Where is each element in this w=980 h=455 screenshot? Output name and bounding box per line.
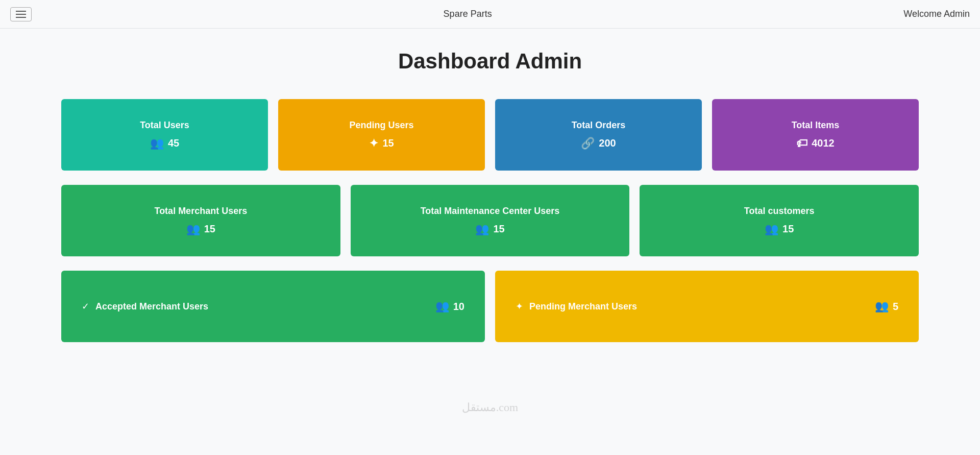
orders-icon: 🔗	[581, 137, 595, 150]
card-total-orders-value: 🔗 200	[581, 137, 616, 150]
pending-card-left: ✦ Pending Merchant Users	[516, 301, 637, 312]
watermark: مستقل.com	[462, 401, 518, 414]
card-total-maintenance-users-value: 👥 15	[475, 223, 504, 236]
card-total-users-title: Total Users	[140, 120, 189, 131]
check-icon: ✓	[82, 301, 89, 312]
card-total-maintenance-users-title: Total Maintenance Center Users	[421, 206, 560, 217]
maintenance-users-icon: 👥	[475, 223, 489, 236]
accepted-merchant-users-value: 10	[453, 301, 464, 313]
card-pending-users-title: Pending Users	[349, 120, 413, 131]
card-total-customers-title: Total customers	[744, 206, 815, 217]
accepted-card-left: ✓ Accepted Merchant Users	[82, 301, 208, 312]
pending-merchant-users-value: 5	[893, 301, 898, 313]
navbar-welcome: Welcome Admin	[903, 9, 970, 19]
card-pending-users-value: ✦ 15	[369, 137, 394, 150]
navbar: Spare Parts Welcome Admin	[0, 0, 980, 29]
customers-icon: 👥	[765, 223, 778, 236]
accepted-users-icon: 👥	[435, 300, 449, 313]
card-total-items-title: Total Items	[792, 120, 840, 131]
card-total-customers[interactable]: Total customers 👥 15	[640, 185, 919, 256]
row2-cards: Total Merchant Users 👥 15 Total Maintena…	[61, 185, 919, 256]
card-accepted-merchant-users[interactable]: ✓ Accepted Merchant Users 👥 10	[61, 271, 485, 342]
card-total-merchant-users[interactable]: Total Merchant Users 👥 15	[61, 185, 340, 256]
page-title: Dashboard Admin	[61, 49, 919, 74]
navbar-brand: Spare Parts	[444, 9, 492, 19]
card-total-users-value: 👥 45	[150, 137, 179, 150]
items-icon: 🏷	[796, 137, 807, 150]
card-total-merchant-users-value: 👥 15	[186, 223, 215, 236]
accepted-card-right: 👥 10	[435, 300, 464, 313]
merchant-users-icon: 👥	[186, 223, 200, 236]
row1-cards: Total Users 👥 45 Pending Users ✦ 15 Tota…	[61, 99, 919, 171]
card-total-merchant-users-title: Total Merchant Users	[154, 206, 247, 217]
card-total-orders-title: Total Orders	[572, 120, 626, 131]
card-pending-merchant-users[interactable]: ✦ Pending Merchant Users 👥 5	[495, 271, 919, 342]
main-content: Dashboard Admin Total Users 👥 45 Pending…	[0, 29, 980, 363]
users-icon: 👥	[150, 137, 164, 150]
card-total-items[interactable]: Total Items 🏷 4012	[712, 99, 919, 171]
pending-icon: ✦	[369, 137, 378, 150]
card-total-items-value: 🏷 4012	[796, 137, 835, 150]
card-total-orders[interactable]: Total Orders 🔗 200	[495, 99, 702, 171]
pending-merchant-users-title: Pending Merchant Users	[529, 301, 637, 312]
row3-cards: ✓ Accepted Merchant Users 👥 10 ✦ Pending…	[61, 271, 919, 342]
accepted-merchant-users-title: Accepted Merchant Users	[95, 301, 208, 312]
card-total-maintenance-users[interactable]: Total Maintenance Center Users 👥 15	[351, 185, 630, 256]
card-total-users[interactable]: Total Users 👥 45	[61, 99, 268, 171]
pending-merchant-icon: 👥	[875, 300, 889, 313]
pending-card-right: 👥 5	[875, 300, 898, 313]
card-pending-users[interactable]: Pending Users ✦ 15	[278, 99, 485, 171]
card-total-customers-value: 👥 15	[765, 223, 794, 236]
navbar-toggler[interactable]	[10, 7, 32, 21]
spinner-icon: ✦	[516, 301, 523, 312]
